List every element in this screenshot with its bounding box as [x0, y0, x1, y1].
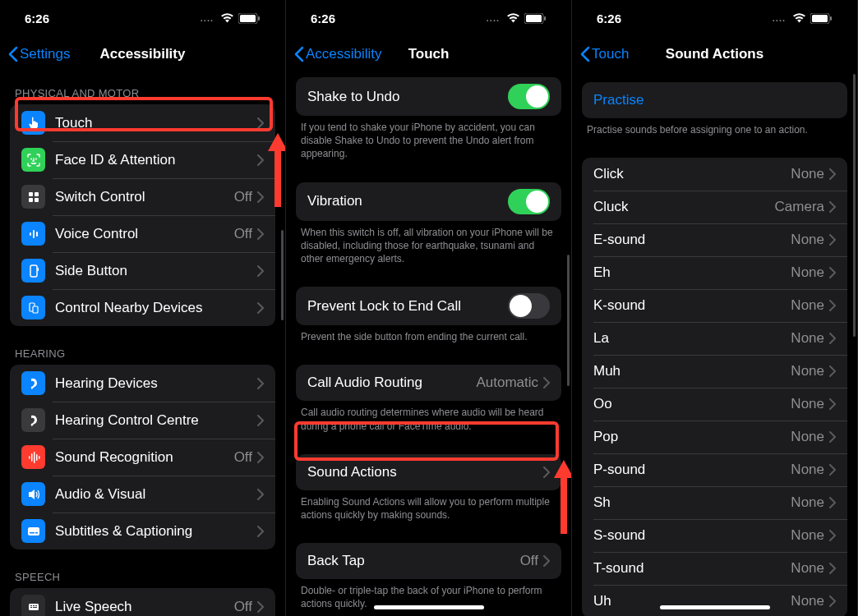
row-sound[interactable]: E-soundNone: [582, 223, 847, 256]
chevron-right-icon: [543, 467, 550, 478]
row-label: Face ID & Attention: [55, 152, 252, 168]
row-switch-control[interactable]: Switch Control Off: [10, 178, 275, 215]
svg-rect-7: [30, 232, 31, 236]
row-sound[interactable]: P-soundNone: [582, 453, 847, 486]
battery-icon: [238, 13, 261, 24]
row-sound[interactable]: PopNone: [582, 421, 847, 453]
battery-icon: [524, 13, 547, 24]
row-label: Shake to Undo: [307, 89, 508, 105]
row-label: Vibration: [307, 193, 508, 209]
row-value: None: [791, 232, 824, 248]
nav-bar: Touch Sound Actions: [572, 36, 857, 72]
toggle-vibration[interactable]: [508, 189, 550, 214]
group-physical: Touch Face ID & Attention Switch Control…: [10, 104, 275, 326]
row-control-nearby[interactable]: Control Nearby Devices: [10, 289, 275, 326]
row-label: K-sound: [593, 297, 784, 314]
row-hearing-control[interactable]: Hearing Control Centre: [10, 402, 275, 439]
row-sound[interactable]: LaNone: [582, 322, 847, 355]
back-label: Settings: [20, 46, 70, 62]
row-sound[interactable]: OoNone: [582, 388, 847, 421]
screen-sound-actions: 6:26 .... Touch Sound Actions Practise P…: [572, 0, 858, 616]
chevron-right-icon: [829, 300, 836, 311]
row-shake-undo[interactable]: Shake to Undo: [296, 77, 561, 116]
row-label: S-sound: [593, 527, 784, 544]
row-sound[interactable]: EhNone: [582, 256, 847, 289]
chevron-right-icon: [257, 191, 264, 203]
row-faceid[interactable]: Face ID & Attention: [10, 141, 275, 178]
row-prevent-lock[interactable]: Prevent Lock to End Call: [296, 287, 561, 325]
row-vibration[interactable]: Vibration: [296, 182, 561, 221]
back-button[interactable]: Settings: [8, 46, 70, 62]
content-area[interactable]: Shake to Undo If you tend to shake your …: [286, 72, 571, 616]
row-sound[interactable]: UhNone: [582, 585, 847, 616]
status-bar: 6:26 ....: [572, 0, 857, 36]
row-label: Side Button: [55, 263, 252, 279]
svg-rect-4: [35, 192, 39, 196]
row-sound[interactable]: T-soundNone: [582, 552, 847, 585]
row-live-speech[interactable]: Live Speech Off: [10, 588, 275, 616]
hearing-devices-icon: [21, 371, 45, 395]
svg-rect-21: [35, 532, 38, 534]
footer-vibration: When this switch is off, all vibration o…: [286, 221, 571, 278]
toggle-shake[interactable]: [508, 84, 550, 109]
chevron-right-icon: [829, 464, 836, 476]
row-side-button[interactable]: Side Button: [10, 252, 275, 289]
row-audio-visual[interactable]: Audio & Visual: [10, 476, 275, 513]
chevron-right-icon: [829, 234, 836, 246]
group-prevent-lock: Prevent Lock to End Call: [296, 287, 561, 325]
hearing-control-icon: [21, 408, 45, 432]
back-label: Accessibility: [306, 46, 382, 62]
row-sound[interactable]: CluckCamera: [582, 191, 847, 223]
section-header-physical: PHYSICAL AND MOTOR: [0, 72, 285, 104]
sound-recognition-icon: [21, 445, 45, 469]
svg-rect-19: [28, 527, 39, 536]
row-sound[interactable]: S-soundNone: [582, 519, 847, 552]
status-icons: ....: [201, 13, 261, 24]
content-area[interactable]: Practise Practise sounds before assignin…: [572, 72, 857, 616]
row-value: None: [791, 429, 824, 445]
svg-rect-11: [37, 268, 39, 271]
scrollbar[interactable]: [281, 230, 284, 320]
scrollbar[interactable]: [853, 74, 856, 337]
chevron-right-icon: [829, 497, 836, 508]
home-indicator[interactable]: [374, 605, 484, 609]
audio-visual-icon: [21, 482, 45, 506]
row-voice-control[interactable]: Voice Control Off: [10, 215, 275, 252]
cellular-dots-icon: ....: [487, 13, 500, 23]
row-value: None: [791, 264, 824, 281]
row-value: None: [791, 560, 824, 577]
row-sound-recognition[interactable]: Sound Recognition Off: [10, 439, 275, 476]
row-sound[interactable]: MuhNone: [582, 355, 847, 388]
row-sound[interactable]: ShNone: [582, 486, 847, 519]
row-practise[interactable]: Practise: [582, 82, 847, 118]
row-label: Prevent Lock to End Call: [307, 298, 508, 315]
section-header-hearing: HEARING: [0, 333, 285, 365]
row-subtitles[interactable]: Subtitles & Captioning: [10, 513, 275, 549]
row-sound-actions[interactable]: Sound Actions: [296, 454, 561, 490]
cellular-dots-icon: ....: [773, 13, 786, 23]
wifi-icon: [506, 13, 520, 23]
row-touch[interactable]: Touch: [10, 104, 275, 141]
row-hearing-devices[interactable]: Hearing Devices: [10, 365, 275, 402]
row-back-tap[interactable]: Back Tap Off: [296, 543, 561, 579]
row-label: Hearing Control Centre: [55, 412, 252, 429]
section-header-speech: SPEECH: [0, 556, 285, 588]
battery-icon: [810, 13, 833, 24]
row-sound[interactable]: K-soundNone: [582, 289, 847, 322]
toggle-prevent-lock[interactable]: [508, 293, 550, 319]
scrollbar[interactable]: [567, 255, 570, 386]
group-shake: Shake to Undo: [296, 77, 561, 116]
group-back-tap: Back Tap Off: [296, 543, 561, 579]
svg-rect-33: [526, 15, 542, 22]
content-area[interactable]: PHYSICAL AND MOTOR Touch Face ID & Atten…: [0, 72, 285, 616]
home-indicator[interactable]: [660, 605, 770, 609]
row-call-audio[interactable]: Call Audio Routing Automatic: [296, 365, 561, 401]
cellular-dots-icon: ....: [201, 13, 214, 23]
group-call-audio: Call Audio Routing Automatic: [296, 365, 561, 401]
row-label: Oo: [593, 396, 784, 412]
practise-label: Practise: [593, 92, 644, 108]
svg-rect-3: [29, 192, 33, 196]
back-button[interactable]: Accessibility: [294, 46, 382, 62]
back-button[interactable]: Touch: [580, 46, 629, 62]
row-sound[interactable]: ClickNone: [582, 158, 847, 191]
